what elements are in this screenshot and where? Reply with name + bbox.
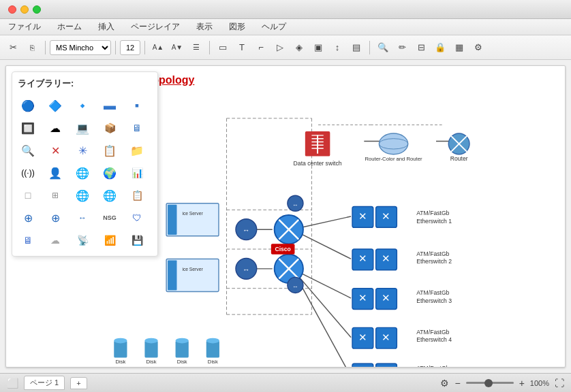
table-tool[interactable]: ▣ bbox=[309, 39, 327, 56]
lib-icon-network[interactable]: 🌐 bbox=[72, 163, 93, 183]
svg-rect-56 bbox=[168, 205, 176, 235]
canvas-area[interactable]: Data center switch Router-Color and Rout… bbox=[5, 65, 566, 368]
cut-button[interactable]: ✂ bbox=[4, 39, 22, 56]
format-button[interactable]: ☰ bbox=[187, 39, 205, 56]
grid2-button[interactable]: ▦ bbox=[450, 39, 468, 56]
menu-file[interactable]: ファイル bbox=[5, 20, 44, 34]
svg-text:✕: ✕ bbox=[358, 210, 367, 222]
minimize-button[interactable] bbox=[20, 5, 29, 14]
font-selector[interactable]: MS Mincho bbox=[50, 40, 111, 55]
svg-text:ATM/FastGb: ATM/FastGb bbox=[416, 365, 449, 367]
svg-text:Data center switch: Data center switch bbox=[294, 160, 342, 167]
svg-text:Etherswitch 1: Etherswitch 1 bbox=[416, 218, 452, 225]
svg-text:↔: ↔ bbox=[292, 201, 298, 208]
lib-icon-device3[interactable]: 📋 bbox=[99, 140, 120, 161]
lib-icon-server3[interactable]: 🖥 bbox=[18, 230, 38, 250]
arrow-tool[interactable]: ▷ bbox=[271, 39, 289, 56]
svg-text:Etherswitch 3: Etherswitch 3 bbox=[416, 297, 452, 304]
menu-shapes[interactable]: 図形 bbox=[226, 20, 248, 34]
lib-icon-server1[interactable]: ▬ bbox=[99, 95, 120, 116]
lib-icon-globe2[interactable]: 🌐 bbox=[99, 185, 120, 206]
pen-button[interactable]: ✏ bbox=[393, 39, 411, 56]
lib-icon-wireless[interactable]: ((·)) bbox=[18, 163, 38, 183]
toolbar-separator-4 bbox=[209, 41, 210, 54]
menu-view[interactable]: 表示 bbox=[194, 20, 215, 34]
lib-icon-fw[interactable]: 🔲 bbox=[18, 118, 38, 138]
lock-button[interactable]: 🔒 bbox=[431, 39, 449, 56]
zoom-plus[interactable]: + bbox=[519, 378, 525, 389]
lib-icon-asterisk[interactable]: ✳ bbox=[72, 140, 93, 161]
svg-text:Disk: Disk bbox=[177, 359, 187, 365]
lib-icon-cross[interactable]: ✕ bbox=[45, 140, 65, 161]
lib-icon-globe[interactable]: 🌍 bbox=[99, 163, 120, 183]
toolbar-separator-3 bbox=[144, 41, 145, 54]
lib-icon-web[interactable]: 🌐 bbox=[72, 185, 93, 206]
lib-icon-arrows[interactable]: ↔ bbox=[72, 208, 93, 228]
shape-tool[interactable]: ◈ bbox=[290, 39, 308, 56]
lib-icon-device2[interactable]: 🖥 bbox=[127, 118, 147, 138]
font-size-input[interactable] bbox=[120, 40, 140, 55]
copy-button[interactable]: ⎘ bbox=[23, 39, 41, 56]
lib-icon-device6[interactable]: 📋 bbox=[127, 185, 147, 206]
lib-icon-device4[interactable]: 📁 bbox=[127, 140, 147, 161]
lib-icon-switch[interactable]: 🔷 bbox=[45, 95, 65, 116]
lib-icon-cloud2[interactable]: ☁ bbox=[45, 230, 65, 250]
menu-pagelayout[interactable]: ページレイア bbox=[128, 20, 183, 34]
menu-insert[interactable]: 挿入 bbox=[95, 20, 117, 34]
text-tool[interactable]: T bbox=[233, 39, 251, 56]
lib-icon-hub[interactable]: 🔹 bbox=[72, 95, 93, 116]
lib-icon-connect[interactable]: ⊞ bbox=[45, 185, 65, 206]
svg-text:Router-Color and Router: Router-Color and Router bbox=[365, 156, 422, 162]
lib-icon-pc[interactable]: 💻 bbox=[72, 118, 93, 138]
font-decrease-button[interactable]: A▼ bbox=[168, 39, 186, 56]
lib-icon-nsg[interactable]: NSG bbox=[99, 208, 120, 228]
zoom-slider[interactable] bbox=[466, 382, 514, 384]
grid-tool[interactable]: ▤ bbox=[348, 39, 365, 56]
svg-point-95 bbox=[144, 338, 157, 344]
line-tool[interactable]: ⌐ bbox=[252, 39, 270, 56]
rect-tool[interactable]: ▭ bbox=[214, 39, 232, 56]
maximize-button[interactable] bbox=[33, 5, 41, 14]
lib-icon-device9[interactable]: 💾 bbox=[127, 230, 147, 250]
svg-text:ATM/FastGb: ATM/FastGb bbox=[416, 289, 449, 296]
library-grid: 🔵 🔷 🔹 ▬ ▪ 🔲 ☁ 💻 📦 🖥 🔍 ✕ ✳ 📋 📁 ((·)) bbox=[18, 95, 152, 250]
zoom-minus[interactable]: − bbox=[454, 378, 460, 389]
lib-icon-server2[interactable]: ▪ bbox=[127, 95, 147, 116]
lib-icon-doc[interactable]: □ bbox=[18, 185, 38, 206]
library-title: ライブラリー: bbox=[18, 78, 152, 90]
lib-icon-circle-b[interactable]: ⊕ bbox=[45, 208, 65, 228]
menu-home[interactable]: ホーム bbox=[55, 20, 84, 34]
lib-icon-device7[interactable]: 📡 bbox=[72, 230, 93, 250]
add-page-button[interactable]: + bbox=[70, 377, 87, 389]
page-tab-1[interactable]: ページ 1 bbox=[24, 376, 65, 390]
fullscreen-icon[interactable]: ⛶ bbox=[555, 378, 564, 389]
lib-icon-search[interactable]: 🔍 bbox=[18, 140, 38, 161]
search-button[interactable]: 🔍 bbox=[374, 39, 392, 56]
lib-icon-device1[interactable]: 📦 bbox=[99, 118, 120, 138]
svg-text:✕: ✕ bbox=[358, 252, 367, 264]
svg-text:↔: ↔ bbox=[243, 226, 250, 234]
lib-icon-person[interactable]: 👤 bbox=[45, 163, 65, 183]
svg-text:↔: ↔ bbox=[292, 283, 298, 290]
settings-button[interactable]: ⚙ bbox=[469, 39, 487, 56]
image-tool[interactable]: ↕ bbox=[328, 39, 346, 56]
svg-text:ice Server: ice Server bbox=[182, 211, 203, 216]
lib-icon-device8[interactable]: 📶 bbox=[99, 230, 120, 250]
lib-icon-cloud[interactable]: ☁ bbox=[45, 118, 65, 138]
minus-button[interactable]: ⊟ bbox=[412, 39, 430, 56]
toolbar: ✂ ⎘ MS Mincho A▲ A▼ ☰ ▭ T ⌐ ▷ ◈ ▣ ↕ ▤ 🔍 … bbox=[0, 35, 571, 60]
font-increase-button[interactable]: A▲ bbox=[149, 39, 167, 56]
svg-text:✕: ✕ bbox=[382, 331, 390, 343]
lib-icon-router[interactable]: 🔵 bbox=[18, 95, 38, 116]
svg-text:✕: ✕ bbox=[382, 252, 390, 264]
lib-icon-shield[interactable]: 🛡 bbox=[127, 208, 147, 228]
close-button[interactable] bbox=[8, 5, 16, 14]
lib-icon-circle-add[interactable]: ⊕ bbox=[18, 208, 38, 228]
page-icon: ⬜ bbox=[7, 378, 18, 389]
svg-text:Etherswitch 2: Etherswitch 2 bbox=[416, 258, 452, 265]
menu-help[interactable]: ヘルプ bbox=[259, 20, 289, 34]
settings-icon[interactable]: ⚙ bbox=[440, 378, 449, 389]
lib-icon-device5[interactable]: 📊 bbox=[127, 163, 147, 183]
svg-text:✕: ✕ bbox=[358, 331, 367, 343]
page-label: ページ 1 bbox=[30, 378, 59, 387]
